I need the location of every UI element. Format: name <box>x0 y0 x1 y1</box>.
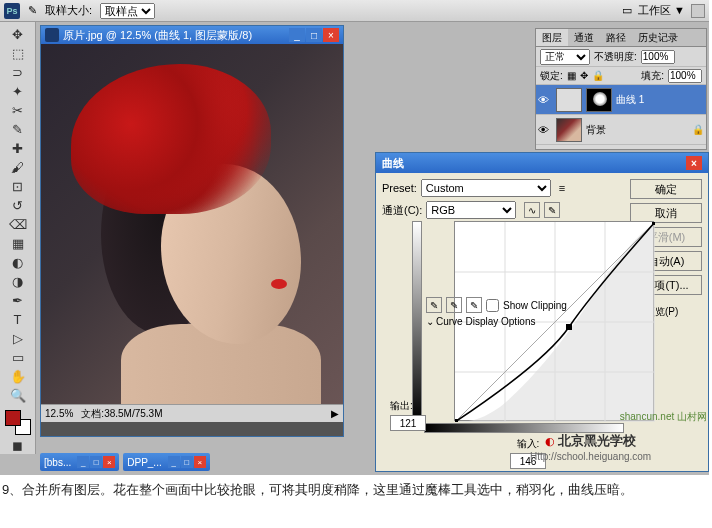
doc-close-icon[interactable]: × <box>323 28 339 42</box>
canvas[interactable] <box>41 44 343 404</box>
show-clipping-checkbox[interactable] <box>486 299 499 312</box>
hand-tool[interactable]: ✋ <box>7 368 29 385</box>
crop-tool[interactable]: ✂ <box>7 102 29 119</box>
wand-tool[interactable]: ✦ <box>7 83 29 100</box>
tab-paths[interactable]: 路径 <box>600 29 632 46</box>
visibility-icon[interactable]: 👁 <box>538 94 552 106</box>
lock-pixels-icon[interactable]: ▦ <box>567 70 576 81</box>
tab1-max-icon[interactable]: □ <box>90 456 102 468</box>
marquee-tool[interactable]: ⬚ <box>7 45 29 62</box>
workspace-menu[interactable]: 工作区 ▼ <box>638 3 685 18</box>
document-titlebar[interactable]: 原片.jpg @ 12.5% (曲线 1, 图层蒙版/8) _ □ × <box>41 26 343 44</box>
blur-tool[interactable]: ◐ <box>7 254 29 271</box>
tools-panel: ✥ ⬚ ⊃ ✦ ✂ ✎ ✚ 🖌 ⊡ ↺ ⌫ ▦ ◐ ◑ ✒ T ▷ ▭ ✋ 🔍 … <box>0 22 36 454</box>
svg-rect-2 <box>455 419 458 422</box>
status-menu-icon[interactable]: ▶ <box>331 408 339 419</box>
lock-all-icon[interactable]: 🔒 <box>592 70 604 81</box>
path-tool[interactable]: ▷ <box>7 330 29 347</box>
layer-mask-thumb[interactable] <box>586 88 612 112</box>
zoom-level[interactable]: 12.5% <box>45 408 73 419</box>
ps-logo: Ps <box>4 3 20 19</box>
minimize-icon[interactable] <box>691 4 705 18</box>
tab2-max-icon[interactable]: □ <box>181 456 193 468</box>
screen-mode-icon[interactable]: ▭ <box>622 4 632 17</box>
expand-icon[interactable]: ⌄ <box>426 316 434 327</box>
output-label: 输出: <box>390 399 413 413</box>
layer-name[interactable]: 曲线 1 <box>616 93 644 107</box>
fill-input[interactable] <box>668 69 702 83</box>
type-tool[interactable]: T <box>7 311 29 328</box>
layer-thumb[interactable] <box>556 118 582 142</box>
taskbar-tab-1-label: [bbs... <box>44 457 71 468</box>
tab-channels[interactable]: 通道 <box>568 29 600 46</box>
white-point-icon[interactable]: ✎ <box>466 297 482 313</box>
doc-taskbar: [bbs... _□× DPP_... _□× <box>40 453 210 471</box>
lock-icon: 🔒 <box>692 124 704 135</box>
layer-row-curves[interactable]: 👁 曲线 1 <box>536 85 706 115</box>
tab1-min-icon[interactable]: _ <box>77 456 89 468</box>
preset-select[interactable]: Custom <box>421 179 551 197</box>
blend-mode-select[interactable]: 正常 <box>540 49 590 65</box>
dialog-close-icon[interactable]: × <box>686 156 702 170</box>
taskbar-tab-2-label: DPP_... <box>127 457 161 468</box>
tab-layers[interactable]: 图层 <box>536 29 568 46</box>
tab2-close-icon[interactable]: × <box>194 456 206 468</box>
taskbar-tab-2[interactable]: DPP_... _□× <box>123 453 209 471</box>
preset-menu-icon[interactable]: ≡ <box>559 182 565 194</box>
zoom-tool[interactable]: 🔍 <box>7 387 29 404</box>
opacity-input[interactable] <box>641 50 675 64</box>
stamp-tool[interactable]: ⊡ <box>7 178 29 195</box>
brush-tool[interactable]: 🖌 <box>7 159 29 176</box>
black-point-icon[interactable]: ✎ <box>426 297 442 313</box>
image-flowers <box>71 64 271 214</box>
tab2-min-icon[interactable]: _ <box>168 456 180 468</box>
cancel-button[interactable]: 取消 <box>630 203 702 223</box>
healing-tool[interactable]: ✚ <box>7 140 29 157</box>
display-options-label[interactable]: Curve Display Options <box>436 316 535 327</box>
tutorial-text: 9、合并所有图层。花在整个画面中比较抢眼，可将其明度稍降，这里通过魔棒工具选中，… <box>2 480 702 500</box>
gradient-tool[interactable]: ▦ <box>7 235 29 252</box>
doc-minimize-icon[interactable]: _ <box>289 28 305 42</box>
doc-maximize-icon[interactable]: □ <box>306 28 322 42</box>
dialog-titlebar[interactable]: 曲线 × <box>376 153 708 173</box>
fg-color[interactable] <box>5 410 21 426</box>
lock-position-icon[interactable]: ✥ <box>580 70 588 81</box>
visibility-icon[interactable]: 👁 <box>538 124 552 136</box>
shape-tool[interactable]: ▭ <box>7 349 29 366</box>
dodge-tool[interactable]: ◑ <box>7 273 29 290</box>
svg-rect-3 <box>652 222 655 225</box>
color-swatches[interactable] <box>5 410 31 435</box>
output-gradient <box>412 221 422 421</box>
sample-size-select[interactable]: 取样点 <box>100 3 155 19</box>
credit-name: 北京黑光学校 <box>558 433 636 448</box>
eyedropper-icon[interactable]: ✎ <box>28 4 37 17</box>
lock-label: 锁定: <box>540 69 563 83</box>
lasso-tool[interactable]: ⊃ <box>7 64 29 81</box>
quickmask-tool[interactable]: ◼ <box>7 437 29 454</box>
output-input[interactable] <box>390 415 426 431</box>
history-brush-tool[interactable]: ↺ <box>7 197 29 214</box>
eraser-tool[interactable]: ⌫ <box>7 216 29 233</box>
preset-label: Preset: <box>382 182 417 194</box>
document-window: 原片.jpg @ 12.5% (曲线 1, 图层蒙版/8) _ □ × 12.5… <box>40 25 344 437</box>
layer-row-bg[interactable]: 👁 背景 🔒 <box>536 115 706 145</box>
curve-tool-icon[interactable]: ∿ <box>524 202 540 218</box>
pen-tool[interactable]: ✒ <box>7 292 29 309</box>
fill-label: 填充: <box>641 69 664 83</box>
ok-button[interactable]: 确定 <box>630 179 702 199</box>
pencil-tool-icon[interactable]: ✎ <box>544 202 560 218</box>
credit: ◐ 北京黑光学校 Http://school.heiguang.com <box>530 432 651 462</box>
adjustment-thumb[interactable] <box>556 88 582 112</box>
gray-point-icon[interactable]: ✎ <box>446 297 462 313</box>
show-clipping-label: Show Clipping <box>503 300 567 311</box>
document-title: 原片.jpg @ 12.5% (曲线 1, 图层蒙版/8) <box>63 28 252 43</box>
channel-label: 通道(C): <box>382 203 422 218</box>
channel-select[interactable]: RGB <box>426 201 516 219</box>
layer-name[interactable]: 背景 <box>586 123 606 137</box>
move-tool[interactable]: ✥ <box>7 26 29 43</box>
tab-history[interactable]: 历史记录 <box>632 29 684 46</box>
image-lips <box>271 279 287 289</box>
eyedropper-tool[interactable]: ✎ <box>7 121 29 138</box>
tab1-close-icon[interactable]: × <box>103 456 115 468</box>
taskbar-tab-1[interactable]: [bbs... _□× <box>40 453 119 471</box>
